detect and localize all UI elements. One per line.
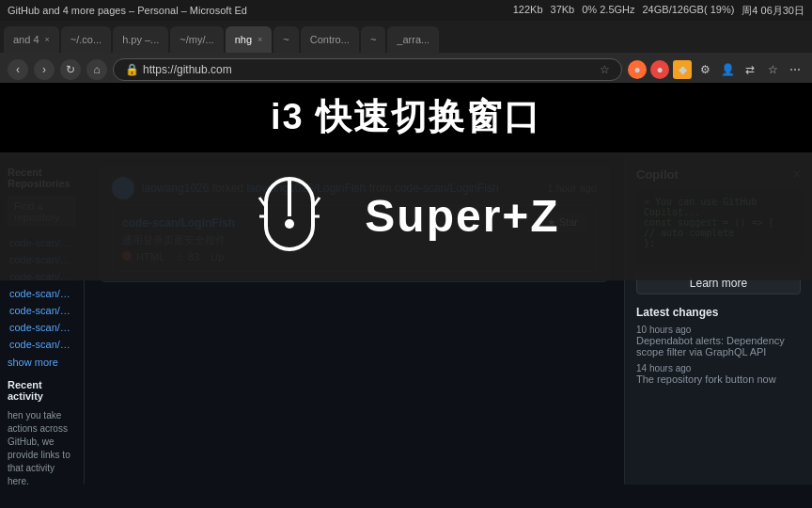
stat-kb2: 37Kb bbox=[551, 4, 575, 18]
tab-0-close[interactable]: × bbox=[45, 35, 50, 44]
change-0-time: 10 hours ago bbox=[636, 325, 801, 335]
tab-5-label: ~ bbox=[283, 34, 289, 45]
sidebar-repo-5[interactable]: code-scan/SpaceVim.d bbox=[8, 319, 76, 336]
url-text: https://github.com bbox=[143, 63, 232, 76]
address-bar-row: ‹ › ↻ ⌂ 🔒 https://github.com ☆ ● ● ◆ ⚙ 👤… bbox=[0, 53, 812, 87]
address-input[interactable]: 🔒 https://github.com ☆ bbox=[113, 58, 622, 81]
tab-1-label: ~/.co... bbox=[70, 34, 102, 45]
ext-icon-5[interactable]: 👤 bbox=[718, 60, 737, 79]
browser-extension-icons: ● ● ◆ ⚙ 👤 ⇄ ☆ ⋯ bbox=[628, 60, 804, 79]
tab-8[interactable]: _arra... bbox=[387, 26, 439, 53]
stat-kb1: 122Kb bbox=[513, 4, 543, 18]
stat-ram: 24GB/126GB( 19%) bbox=[643, 4, 735, 18]
tab-4-close[interactable]: × bbox=[258, 35, 262, 44]
stat-cpu: 0% 2.5GHz bbox=[582, 4, 634, 18]
os-stats: 122Kb 37Kb 0% 2.5GHz 24GB/126GB( 19%) 周4… bbox=[513, 4, 804, 18]
reload-button[interactable]: ↻ bbox=[60, 59, 81, 80]
tab-0[interactable]: and 4 × bbox=[4, 26, 59, 53]
tab-1[interactable]: ~/.co... bbox=[61, 26, 111, 53]
sidebar-repo-6[interactable]: code-scan/obsidian-web bbox=[8, 336, 76, 353]
change-item-1: 14 hours ago The repository fork button … bbox=[636, 363, 801, 385]
overlay-banner: i3 快速切换窗口 Super+Z bbox=[0, 83, 812, 280]
ext-icon-4[interactable]: ⚙ bbox=[695, 60, 714, 79]
ext-menu[interactable]: ⋯ bbox=[786, 60, 804, 79]
bookmark-star-icon[interactable]: ☆ bbox=[600, 63, 610, 76]
latest-changes-title: Latest changes bbox=[636, 306, 801, 319]
os-topbar: GitHub and 4 more pages – Personal – Mic… bbox=[0, 0, 812, 21]
stat-datetime: 周4 06月30日 bbox=[742, 4, 804, 18]
tab-3-label: ~/my/... bbox=[180, 34, 213, 45]
tab-3[interactable]: ~/my/... bbox=[170, 26, 223, 53]
tab-2-label: h.py –... bbox=[122, 34, 159, 45]
ext-icon-7[interactable]: ☆ bbox=[763, 60, 782, 79]
show-more-repos[interactable]: show more bbox=[8, 357, 76, 368]
shortcut-label: Super+Z bbox=[365, 191, 559, 241]
tab-0-label: and 4 bbox=[13, 34, 39, 45]
forward-button[interactable]: › bbox=[34, 59, 55, 80]
back-button[interactable]: ‹ bbox=[8, 59, 28, 80]
lock-icon: 🔒 bbox=[125, 63, 139, 76]
tab-6-label: Contro... bbox=[310, 34, 350, 45]
ext-icon-3[interactable]: ◆ bbox=[673, 60, 692, 79]
tab-7-label: ~ bbox=[370, 34, 376, 45]
change-1-time: 14 hours ago bbox=[636, 363, 801, 373]
change-1-text: The repository fork button now bbox=[636, 373, 801, 385]
shortcut-banner: Super+Z bbox=[0, 152, 812, 280]
latest-changes-section: Latest changes 10 hours ago Dependabot a… bbox=[636, 306, 801, 385]
title-banner: i3 快速切换窗口 bbox=[0, 83, 812, 152]
tab-bar: and 4 × ~/.co... h.py –... ~/my/... nhg … bbox=[0, 21, 812, 53]
tab-4[interactable]: nhg × bbox=[226, 26, 273, 53]
tab-7[interactable]: ~ bbox=[361, 26, 385, 53]
ext-icon-6[interactable]: ⇄ bbox=[741, 60, 759, 79]
svg-point-2 bbox=[285, 219, 294, 229]
mouse-icon-wrap bbox=[252, 169, 327, 263]
tab-5[interactable]: ~ bbox=[273, 26, 298, 53]
tab-6[interactable]: Contro... bbox=[301, 26, 359, 53]
ext-icon-1[interactable]: ● bbox=[628, 60, 647, 79]
tab-8-label: _arra... bbox=[397, 34, 429, 45]
home-button[interactable]: ⌂ bbox=[86, 59, 107, 80]
os-title: GitHub and 4 more pages – Personal – Mic… bbox=[8, 5, 247, 16]
change-0-text: Dependabot alerts: Dependency scope filt… bbox=[636, 335, 801, 357]
change-item-0: 10 hours ago Dependabot alerts: Dependen… bbox=[636, 325, 801, 357]
recent-activity-section: Recent activity hen you take actions acr… bbox=[8, 379, 76, 484]
shortcut-text: Super+Z bbox=[365, 190, 559, 242]
mouse-icon bbox=[252, 169, 327, 263]
activity-title: Recent activity bbox=[8, 379, 76, 402]
overlay-title-text: i3 快速切换窗口 bbox=[271, 97, 541, 136]
sidebar-repo-3[interactable]: code-scan/CoinMonitor bbox=[8, 285, 76, 302]
tab-4-label: nhg bbox=[235, 34, 252, 45]
activity-text: hen you take actions across GitHub, we p… bbox=[8, 409, 76, 484]
sidebar-repo-4[interactable]: code-scan/BeeBoxV1 bbox=[8, 302, 76, 319]
ext-icon-2[interactable]: ● bbox=[650, 60, 669, 79]
tab-2[interactable]: h.py –... bbox=[113, 26, 168, 53]
